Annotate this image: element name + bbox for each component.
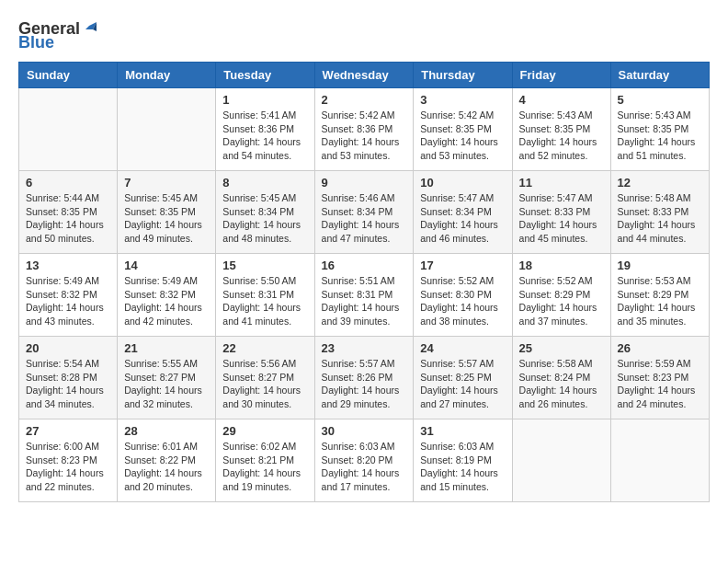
day-info: Sunrise: 5:58 AM Sunset: 8:24 PM Dayligh… xyxy=(519,357,604,411)
day-number: 24 xyxy=(420,341,505,355)
weekday-header-wednesday: Wednesday xyxy=(314,63,414,88)
day-number: 27 xyxy=(26,424,110,438)
logo-blue-text: Blue xyxy=(18,33,54,52)
calendar-week-row: 13Sunrise: 5:49 AM Sunset: 8:32 PM Dayli… xyxy=(19,254,710,337)
calendar-cell: 27Sunrise: 6:00 AM Sunset: 8:23 PM Dayli… xyxy=(19,419,118,502)
day-info: Sunrise: 5:57 AM Sunset: 8:26 PM Dayligh… xyxy=(322,357,407,411)
day-number: 8 xyxy=(222,176,307,190)
day-number: 31 xyxy=(420,424,505,438)
calendar-cell: 22Sunrise: 5:56 AM Sunset: 8:27 PM Dayli… xyxy=(216,337,314,419)
calendar-cell: 1Sunrise: 5:41 AM Sunset: 8:36 PM Daylig… xyxy=(216,88,314,171)
day-info: Sunrise: 5:45 AM Sunset: 8:35 PM Dayligh… xyxy=(124,191,209,246)
weekday-header-monday: Monday xyxy=(118,63,216,88)
day-info: Sunrise: 5:54 AM Sunset: 8:28 PM Dayligh… xyxy=(26,357,110,411)
day-info: Sunrise: 6:02 AM Sunset: 8:21 PM Dayligh… xyxy=(222,440,307,494)
day-info: Sunrise: 5:50 AM Sunset: 8:31 PM Dayligh… xyxy=(222,274,307,328)
calendar-cell: 16Sunrise: 5:51 AM Sunset: 8:31 PM Dayli… xyxy=(314,254,414,337)
day-info: Sunrise: 5:51 AM Sunset: 8:31 PM Dayligh… xyxy=(322,274,407,328)
calendar-cell: 26Sunrise: 5:59 AM Sunset: 8:23 PM Dayli… xyxy=(610,337,709,419)
day-info: Sunrise: 5:53 AM Sunset: 8:29 PM Dayligh… xyxy=(618,274,702,328)
day-info: Sunrise: 5:42 AM Sunset: 8:35 PM Dayligh… xyxy=(420,109,505,163)
calendar-cell: 31Sunrise: 6:03 AM Sunset: 8:19 PM Dayli… xyxy=(414,419,512,502)
calendar-cell xyxy=(610,419,709,502)
day-number: 7 xyxy=(124,176,209,190)
day-number: 30 xyxy=(322,424,407,438)
calendar-cell: 29Sunrise: 6:02 AM Sunset: 8:21 PM Dayli… xyxy=(216,419,314,502)
header: General Blue xyxy=(18,18,710,52)
weekday-header-thursday: Thursday xyxy=(414,63,512,88)
day-number: 17 xyxy=(420,259,505,272)
calendar-week-row: 20Sunrise: 5:54 AM Sunset: 8:28 PM Dayli… xyxy=(19,337,710,419)
calendar-cell: 5Sunrise: 5:43 AM Sunset: 8:35 PM Daylig… xyxy=(610,88,709,171)
calendar-cell: 15Sunrise: 5:50 AM Sunset: 8:31 PM Dayli… xyxy=(216,254,314,337)
day-number: 29 xyxy=(222,424,307,438)
calendar-cell: 9Sunrise: 5:46 AM Sunset: 8:34 PM Daylig… xyxy=(314,171,414,254)
calendar-cell: 7Sunrise: 5:45 AM Sunset: 8:35 PM Daylig… xyxy=(118,171,216,254)
calendar-cell: 17Sunrise: 5:52 AM Sunset: 8:30 PM Dayli… xyxy=(414,254,512,337)
day-info: Sunrise: 5:59 AM Sunset: 8:23 PM Dayligh… xyxy=(618,357,702,411)
calendar-cell: 18Sunrise: 5:52 AM Sunset: 8:29 PM Dayli… xyxy=(512,254,610,337)
calendar-week-row: 27Sunrise: 6:00 AM Sunset: 8:23 PM Dayli… xyxy=(19,419,710,502)
day-info: Sunrise: 5:52 AM Sunset: 8:29 PM Dayligh… xyxy=(519,274,604,328)
weekday-header-row: SundayMondayTuesdayWednesdayThursdayFrid… xyxy=(19,63,710,88)
day-info: Sunrise: 5:47 AM Sunset: 8:34 PM Dayligh… xyxy=(420,191,505,246)
calendar: SundayMondayTuesdayWednesdayThursdayFrid… xyxy=(18,62,710,502)
day-number: 19 xyxy=(618,259,702,272)
calendar-week-row: 1Sunrise: 5:41 AM Sunset: 8:36 PM Daylig… xyxy=(19,88,710,171)
day-number: 28 xyxy=(124,424,209,438)
calendar-week-row: 6Sunrise: 5:44 AM Sunset: 8:35 PM Daylig… xyxy=(19,171,710,254)
day-number: 4 xyxy=(519,93,604,107)
calendar-cell: 25Sunrise: 5:58 AM Sunset: 8:24 PM Dayli… xyxy=(512,337,610,419)
calendar-cell: 4Sunrise: 5:43 AM Sunset: 8:35 PM Daylig… xyxy=(512,88,610,171)
weekday-header-friday: Friday xyxy=(512,63,610,88)
day-number: 21 xyxy=(124,341,209,355)
day-info: Sunrise: 5:43 AM Sunset: 8:35 PM Dayligh… xyxy=(519,109,604,163)
calendar-cell: 24Sunrise: 5:57 AM Sunset: 8:25 PM Dayli… xyxy=(414,337,512,419)
logo-icon xyxy=(82,18,97,33)
calendar-cell: 20Sunrise: 5:54 AM Sunset: 8:28 PM Dayli… xyxy=(19,337,118,419)
logo: General Blue xyxy=(18,18,97,52)
weekday-header-saturday: Saturday xyxy=(610,63,709,88)
day-info: Sunrise: 5:46 AM Sunset: 8:34 PM Dayligh… xyxy=(322,191,407,246)
day-number: 3 xyxy=(420,93,505,107)
day-number: 5 xyxy=(618,93,702,107)
day-info: Sunrise: 5:57 AM Sunset: 8:25 PM Dayligh… xyxy=(420,357,505,411)
day-number: 20 xyxy=(26,341,110,355)
calendar-cell: 3Sunrise: 5:42 AM Sunset: 8:35 PM Daylig… xyxy=(414,88,512,171)
day-info: Sunrise: 5:42 AM Sunset: 8:36 PM Dayligh… xyxy=(322,109,407,163)
calendar-cell: 11Sunrise: 5:47 AM Sunset: 8:33 PM Dayli… xyxy=(512,171,610,254)
day-info: Sunrise: 5:49 AM Sunset: 8:32 PM Dayligh… xyxy=(26,274,110,328)
day-number: 13 xyxy=(26,259,110,272)
calendar-cell: 12Sunrise: 5:48 AM Sunset: 8:33 PM Dayli… xyxy=(610,171,709,254)
day-info: Sunrise: 6:00 AM Sunset: 8:23 PM Dayligh… xyxy=(26,440,110,494)
calendar-cell: 13Sunrise: 5:49 AM Sunset: 8:32 PM Dayli… xyxy=(19,254,118,337)
day-info: Sunrise: 5:49 AM Sunset: 8:32 PM Dayligh… xyxy=(124,274,209,328)
calendar-cell: 14Sunrise: 5:49 AM Sunset: 8:32 PM Dayli… xyxy=(118,254,216,337)
calendar-cell: 10Sunrise: 5:47 AM Sunset: 8:34 PM Dayli… xyxy=(414,171,512,254)
day-number: 23 xyxy=(322,341,407,355)
weekday-header-tuesday: Tuesday xyxy=(216,63,314,88)
day-number: 12 xyxy=(618,176,702,190)
day-number: 26 xyxy=(618,341,702,355)
day-info: Sunrise: 6:03 AM Sunset: 8:20 PM Dayligh… xyxy=(322,440,407,494)
day-info: Sunrise: 5:48 AM Sunset: 8:33 PM Dayligh… xyxy=(618,191,702,246)
calendar-cell: 6Sunrise: 5:44 AM Sunset: 8:35 PM Daylig… xyxy=(19,171,118,254)
day-number: 22 xyxy=(222,341,307,355)
day-info: Sunrise: 5:56 AM Sunset: 8:27 PM Dayligh… xyxy=(222,357,307,411)
calendar-cell xyxy=(118,88,216,171)
calendar-cell: 28Sunrise: 6:01 AM Sunset: 8:22 PM Dayli… xyxy=(118,419,216,502)
day-info: Sunrise: 5:43 AM Sunset: 8:35 PM Dayligh… xyxy=(618,109,702,163)
day-number: 6 xyxy=(26,176,110,190)
day-number: 14 xyxy=(124,259,209,272)
day-number: 18 xyxy=(519,259,604,272)
calendar-cell: 30Sunrise: 6:03 AM Sunset: 8:20 PM Dayli… xyxy=(314,419,414,502)
calendar-cell xyxy=(512,419,610,502)
weekday-header-sunday: Sunday xyxy=(19,63,118,88)
day-info: Sunrise: 6:01 AM Sunset: 8:22 PM Dayligh… xyxy=(124,440,209,494)
day-number: 25 xyxy=(519,341,604,355)
day-number: 10 xyxy=(420,176,505,190)
day-info: Sunrise: 5:47 AM Sunset: 8:33 PM Dayligh… xyxy=(519,191,604,246)
calendar-cell: 2Sunrise: 5:42 AM Sunset: 8:36 PM Daylig… xyxy=(314,88,414,171)
day-info: Sunrise: 5:52 AM Sunset: 8:30 PM Dayligh… xyxy=(420,274,505,328)
day-number: 2 xyxy=(322,93,407,107)
